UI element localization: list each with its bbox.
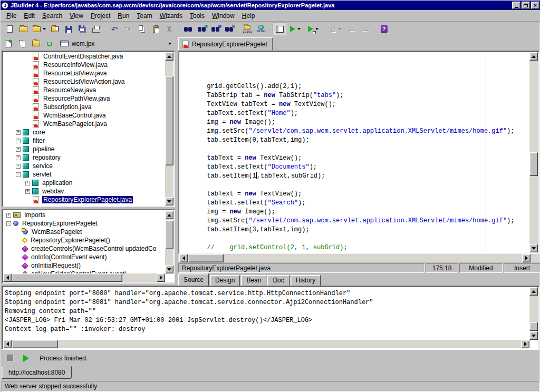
console-output[interactable]: Stoping endpoint port="8080" handler="or…: [4, 288, 528, 339]
tab-localhost-8080[interactable]: http://localhost:8080: [2, 366, 72, 379]
menu-tools[interactable]: Tools: [186, 11, 208, 21]
tree-item[interactable]: ResourcePathView.java: [3, 94, 165, 103]
save-all-button[interactable]: [75, 23, 89, 35]
tree-item[interactable]: +application: [3, 179, 165, 187]
tree-scroll-thumb[interactable]: [165, 76, 173, 165]
paste-button[interactable]: [149, 23, 162, 35]
make-project-button[interactable]: 10101: [240, 23, 254, 35]
editor-vscrollbar[interactable]: [529, 52, 538, 252]
menu-search[interactable]: Search: [38, 11, 66, 21]
tree-item[interactable]: +core: [3, 128, 165, 136]
tree-item[interactable]: +service: [3, 162, 165, 170]
menu-edit[interactable]: Edit: [20, 11, 38, 21]
tree-item[interactable]: Subscription.java: [3, 103, 165, 111]
console-scroll-up-button[interactable]: [529, 287, 538, 296]
project-tree[interactable]: ControlEventDispatcher.javaResourceInfoV…: [3, 52, 165, 205]
console-scroll-thumb[interactable]: [529, 322, 538, 331]
incremental-search-button[interactable]: [208, 23, 222, 35]
structure-item[interactable]: RepositoryExplorerPagelet(): [3, 236, 165, 244]
view-tab-design[interactable]: Design: [210, 275, 240, 286]
structure-item[interactable]: +Imports: [3, 211, 165, 219]
structure-scroll-down-button[interactable]: [165, 265, 173, 273]
structure-hscroll-thumb[interactable]: [12, 273, 122, 282]
debug-button[interactable]: [304, 23, 322, 35]
expand-icon[interactable]: +: [25, 189, 30, 194]
menu-window[interactable]: Window: [208, 11, 238, 21]
editor-hscrollbar[interactable]: [178, 254, 539, 262]
view-tab-bean[interactable]: Bean: [241, 275, 266, 286]
expand-icon[interactable]: +: [16, 139, 21, 143]
structure-scroll-up-button[interactable]: [165, 211, 173, 219]
expand-icon[interactable]: +: [25, 181, 30, 185]
editor-scroll-down-button[interactable]: [529, 244, 538, 252]
open-file-menu-button[interactable]: [30, 23, 48, 35]
tree-item[interactable]: +filter: [3, 136, 165, 145]
menu-help[interactable]: Help: [238, 11, 259, 21]
structure-item[interactable]: -RepositoryExplorerPagelet: [3, 219, 165, 228]
view-tab-doc[interactable]: Doc: [267, 275, 289, 286]
close-button[interactable]: ×: [531, 2, 539, 9]
expand-icon[interactable]: +: [16, 130, 21, 135]
structure-item[interactable]: createControls(WcmBaseControl updatedCo: [3, 244, 165, 253]
tree-scroll-down-button[interactable]: [165, 197, 173, 205]
undo-button[interactable]: ↶: [108, 23, 121, 35]
tree-scroll-up-button[interactable]: [165, 52, 173, 61]
tree-item[interactable]: -servlet: [3, 170, 165, 179]
menu-run[interactable]: Run: [114, 11, 133, 21]
refresh-project-button[interactable]: [43, 37, 56, 50]
tree-item[interactable]: ResourceListViewAction.java: [3, 77, 165, 86]
save-as-button[interactable]: [48, 23, 62, 35]
menu-project[interactable]: Project: [87, 11, 114, 21]
editor-hscroll-thumb[interactable]: [188, 254, 224, 262]
rebuild-project-button[interactable]: 10101: [254, 23, 268, 35]
find-button[interactable]: [181, 23, 195, 35]
maximize-button[interactable]: [522, 2, 530, 9]
console-vscrollbar[interactable]: [529, 287, 538, 340]
jbuilder-app-icon[interactable]: J: [2, 2, 8, 9]
tab-repositoryexplorerpagelet[interactable]: RepositoryExplorerPagelet: [178, 37, 273, 51]
editor-scroll-up-button[interactable]: [529, 52, 538, 61]
expand-icon[interactable]: +: [6, 213, 11, 218]
open-file-button[interactable]: [16, 23, 30, 35]
expand-icon[interactable]: +: [16, 164, 21, 169]
menu-view[interactable]: View: [66, 11, 87, 21]
help-button[interactable]: ?: [377, 23, 391, 35]
tree-item[interactable]: ResourceNew.java: [3, 86, 165, 94]
add-files-button[interactable]: [2, 37, 15, 50]
structure-hscrollbar[interactable]: [3, 273, 165, 282]
code-editor[interactable]: grid.getCells().add(2,1); TabStrip tab =…: [180, 52, 529, 252]
console-hscrollbar[interactable]: [3, 340, 529, 348]
collapse-icon[interactable]: -: [16, 172, 21, 177]
structure-item[interactable]: onInitialRequest(): [3, 261, 165, 270]
editor-scroll-left-button[interactable]: [179, 254, 188, 262]
run-icon[interactable]: [23, 355, 29, 362]
console-scroll-left-button[interactable]: [3, 340, 12, 348]
stop-button[interactable]: [7, 355, 14, 361]
new-file-button[interactable]: [3, 23, 16, 35]
tree-item[interactable]: +repository: [3, 153, 165, 162]
structure-scroll-thumb[interactable]: [165, 220, 173, 249]
menu-wizards[interactable]: Wizards: [156, 11, 186, 21]
structure-scroll-left-button[interactable]: [3, 273, 12, 282]
replace-button[interactable]: [195, 23, 208, 35]
structure-item[interactable]: onInfo(ControlEvent event): [3, 253, 165, 261]
minimize-button[interactable]: [512, 2, 520, 9]
menu-file[interactable]: File: [3, 11, 20, 21]
run-button[interactable]: [286, 23, 304, 35]
save-button[interactable]: [62, 23, 75, 35]
collapse-icon[interactable]: -: [6, 221, 11, 226]
tree-item[interactable]: ResourceInfoView.java: [3, 61, 165, 69]
structure-tree[interactable]: +Imports-RepositoryExplorerPageletWcmBas…: [3, 211, 165, 273]
view-tab-source[interactable]: Source: [178, 273, 209, 286]
editor-scroll-right-button[interactable]: [522, 254, 531, 262]
search-source-path-button[interactable]: [222, 23, 236, 35]
editor-scroll-thumb[interactable]: [529, 152, 538, 176]
tree-item[interactable]: +webdav: [3, 187, 165, 195]
close-project-button[interactable]: [29, 37, 43, 50]
expand-icon[interactable]: +: [16, 155, 21, 160]
structure-vscrollbar[interactable]: [165, 211, 173, 273]
structure-item[interactable]: WcmBasePagelet: [3, 228, 165, 236]
tree-item[interactable]: ResourceListView.java: [3, 69, 165, 77]
menu-team[interactable]: Team: [133, 11, 156, 21]
console-hscroll-thumb[interactable]: [12, 340, 58, 348]
